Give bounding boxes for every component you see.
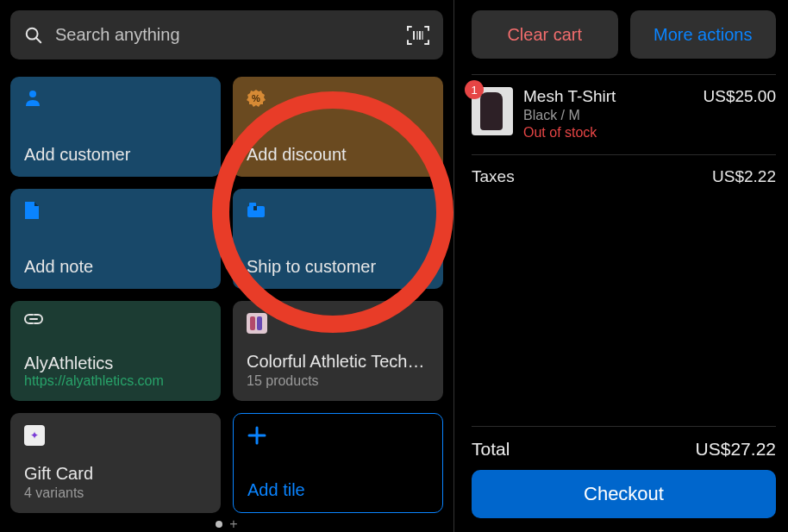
tile-alyathletics[interactable]: AlyAthletics https://alyathletics.com [10,301,221,401]
tile-add-discount[interactable]: % Add discount [233,77,443,177]
tile-label: Gift Card [24,464,207,484]
package-icon [247,201,266,218]
cart-item-variant: Black / M [523,108,692,123]
discount-icon: % [247,89,266,108]
tile-add-note[interactable]: Add note [10,189,221,289]
more-actions-button[interactable]: More actions [630,10,777,59]
tile-label: Ship to customer [247,257,429,277]
tile-add-tile[interactable]: Add tile [233,413,443,513]
tile-label: Add customer [24,145,207,165]
cart-item-name: Mesh T-Shirt [523,87,692,106]
tile-sublabel: 4 variants [24,485,207,501]
tile-label: AlyAthletics [24,354,207,373]
total-value: US$27.22 [696,439,776,460]
pager-add-icon[interactable]: + [229,516,237,532]
cart-item[interactable]: 1 Mesh T-Shirt Black / M Out of stock US… [472,87,776,141]
clear-cart-button[interactable]: Clear cart [472,10,618,59]
left-panel: Add customer % Add discount Add note Shi… [0,0,453,532]
tile-colorful-athletic[interactable]: Colorful Athletic Tech… 15 products [233,301,443,401]
cart-panel: Clear cart More actions 1 Mesh T-Shirt B… [453,0,788,532]
tile-sublabel: https://alyathletics.com [24,373,207,389]
svg-line-1 [36,38,41,42]
svg-text:%: % [252,93,260,103]
link-icon [24,313,43,325]
tile-ship-to-customer[interactable]: Ship to customer [233,189,443,289]
tile-label: Colorful Athletic Tech… [247,352,429,372]
tile-label: Add note [24,257,207,277]
taxes-label: Taxes [472,167,515,186]
cart-item-price: US$25.00 [703,87,776,106]
tile-gift-card[interactable]: Gift Card 4 variants [10,413,221,513]
taxes-value: US$2.22 [712,167,776,186]
total-label: Total [472,439,510,460]
checkout-button[interactable]: Checkout [472,470,776,518]
search-input[interactable] [55,25,407,45]
search-icon [24,26,43,45]
tile-add-customer[interactable]: Add customer [10,77,221,177]
cart-item-stock: Out of stock [523,125,692,141]
cart-item-thumb: 1 [472,87,513,135]
tile-label: Add discount [247,145,429,165]
product-thumb-icon [247,313,267,334]
svg-point-6 [29,91,36,97]
page-indicator: + [10,516,443,532]
note-icon [24,201,40,220]
quantity-badge: 1 [465,80,484,99]
svg-rect-11 [253,206,257,210]
barcode-icon[interactable] [407,26,429,45]
tile-label: Add tile [247,480,428,500]
search-bar[interactable] [10,10,443,59]
plus-icon [247,426,266,445]
tile-sublabel: 15 products [247,373,429,389]
person-icon [24,89,41,106]
pager-dot[interactable] [216,521,222,528]
tiles-grid: Add customer % Add discount Add note Shi… [10,77,443,513]
gift-card-thumb-icon [24,425,45,446]
